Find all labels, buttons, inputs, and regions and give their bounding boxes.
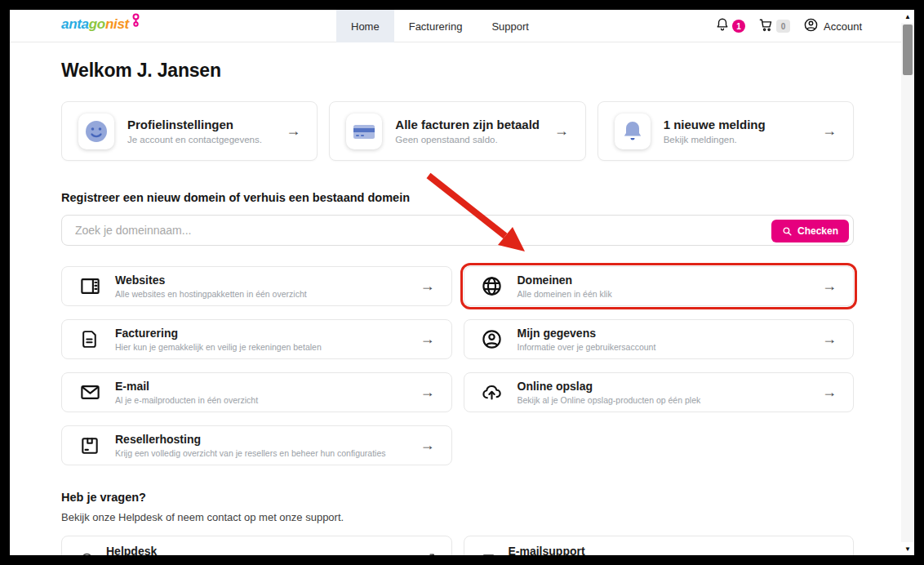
profile-settings-card[interactable]: Profielinstellingen Je account en contac… — [61, 101, 318, 161]
credit-card-icon — [346, 113, 382, 149]
scrollbar-thumb[interactable] — [903, 24, 913, 75]
logo-flower-icon — [131, 13, 141, 33]
account-icon — [803, 17, 819, 35]
card-subtitle: Bekijk meldingen. — [664, 135, 766, 145]
questions-heading: Heb je vragen? — [61, 491, 854, 504]
tab-support[interactable]: Support — [477, 10, 544, 42]
domain-section-heading: Registreer een nieuw domein of verhuis e… — [61, 191, 854, 204]
domeinen-card[interactable]: Domeinen Alle domeinen in één klik → — [464, 266, 855, 306]
card-subtitle: Bekijk al je Online opslag-producten op … — [518, 395, 701, 405]
globe-icon — [481, 275, 504, 297]
arrow-right-icon: → — [822, 550, 837, 556]
arrow-right-icon: → — [420, 437, 435, 454]
arrow-right-icon: → — [822, 122, 837, 140]
card-title: Mijn gegevens — [518, 327, 656, 340]
tab-home[interactable]: Home — [336, 10, 394, 42]
browser-window-icon — [78, 275, 101, 297]
arrow-right-icon: → — [822, 331, 837, 348]
vertical-scrollbar[interactable]: ▲ ▼ — [901, 10, 914, 555]
card-title: E-mailsupport — [509, 545, 627, 555]
scrollbar-up-arrow[interactable]: ▲ — [901, 10, 914, 23]
card-subtitle: Alle websites en hostingpakketten in één… — [115, 289, 307, 299]
package-box-icon — [78, 435, 101, 456]
search-icon — [782, 226, 793, 237]
top-navigation-bar: antagonist Home Facturering Support 1 0 — [10, 10, 901, 42]
arrow-right-icon: → — [420, 278, 435, 295]
card-subtitle: Informatie over je gebruikersaccount — [518, 342, 656, 352]
invoice-document-icon — [78, 329, 101, 349]
helpdesk-card[interactable]: Helpdesk Vind snel antwoorden in onze He… — [61, 536, 452, 555]
card-subtitle: Al je e-mailproducten in één overzicht — [115, 395, 258, 405]
card-title: Resellerhosting — [115, 433, 386, 446]
account-menu-button[interactable]: Account — [803, 17, 862, 35]
domain-search-input[interactable] — [62, 216, 853, 245]
card-title: Profielinstellingen — [127, 118, 262, 131]
facturering-card[interactable]: Facturering Hier kun je gemakkelijk en v… — [61, 319, 452, 359]
card-subtitle: Geen openstaand saldo. — [395, 135, 540, 145]
card-title: Domeinen — [518, 274, 612, 287]
product-card-grid: Websites Alle websites en hostingpakkett… — [61, 266, 854, 465]
notifications-count-badge: 1 — [732, 20, 745, 33]
emailsupport-card[interactable]: E-mailsupport We reageren zo snel mogeli… — [464, 536, 855, 555]
scrollbar-down-arrow[interactable]: ▼ — [901, 542, 914, 555]
card-subtitle: Krijg een volledig overzicht van je rese… — [115, 448, 386, 458]
online-opslag-card[interactable]: Online opslag Bekijk al je Online opslag… — [464, 372, 855, 412]
cart-count-badge: 0 — [776, 20, 790, 33]
new-notification-card[interactable]: 1 nieuwe melding Bekijk meldingen. → — [597, 101, 854, 161]
main-content: Welkom J. Jansen Profielinstellingen Je … — [10, 60, 901, 555]
card-title: Online opslag — [518, 380, 701, 393]
card-subtitle: Je account en contactgegevens. — [127, 135, 262, 145]
cloud-upload-icon — [481, 381, 504, 403]
mijn-gegevens-card[interactable]: Mijn gegevens Informatie over je gebruik… — [464, 319, 855, 359]
antagonist-logo[interactable]: antagonist — [61, 16, 141, 33]
email-card[interactable]: E-mail Al je e-mailproducten in één over… — [61, 372, 452, 412]
card-subtitle: Alle domeinen in één klik — [518, 289, 612, 299]
page-title: Welkom J. Jansen — [61, 60, 854, 82]
notifications-button[interactable]: 1 — [715, 17, 745, 35]
check-domain-button[interactable]: Checken — [771, 220, 849, 242]
card-title: Helpdesk — [106, 545, 266, 555]
bell-filled-icon — [615, 113, 651, 149]
websites-card[interactable]: Websites Alle websites en hostingpakkett… — [61, 266, 452, 306]
main-nav-tabs: Home Facturering Support — [336, 10, 544, 42]
topbar-actions: 1 0 Account — [715, 10, 862, 42]
external-link-icon — [423, 553, 435, 556]
shopping-cart-icon — [758, 17, 774, 36]
status-card-row: Profielinstellingen Je account en contac… — [61, 101, 854, 161]
card-title: Websites — [115, 274, 307, 287]
card-title: E-mail — [115, 380, 258, 393]
logo-text-part1: anta — [61, 16, 89, 33]
card-subtitle: Hier kun je gemakkelijk en veilig je rek… — [115, 342, 322, 352]
check-button-label: Checken — [797, 225, 838, 237]
card-title: Alle facturen zijn betaald — [395, 118, 540, 131]
envelope-icon — [78, 381, 101, 403]
arrow-right-icon: → — [286, 122, 300, 140]
arrow-right-icon: → — [822, 384, 837, 401]
cart-button[interactable]: 0 — [758, 17, 790, 36]
smiley-icon — [78, 113, 114, 149]
arrow-right-icon: → — [822, 278, 837, 295]
support-card-grid: Helpdesk Vind snel antwoorden in onze He… — [61, 536, 854, 555]
account-label: Account — [824, 20, 862, 33]
questions-subtitle: Bekijk onze Helpdesk of neem contact op … — [61, 511, 854, 523]
resellerhosting-card[interactable]: Resellerhosting Krijg een volledig overz… — [61, 425, 452, 465]
arrow-right-icon: → — [554, 122, 569, 140]
arrow-right-icon: → — [420, 384, 435, 401]
invoices-paid-card[interactable]: Alle facturen zijn betaald Geen openstaa… — [329, 101, 585, 161]
help-circle-icon — [78, 552, 95, 556]
domain-search-bar: Checken — [61, 215, 854, 246]
tab-facturering[interactable]: Facturering — [394, 10, 478, 42]
envelope-small-icon — [481, 552, 497, 556]
app-window: antagonist Home Facturering Support 1 0 — [10, 10, 901, 555]
logo-text-part2: go — [89, 16, 105, 33]
arrow-right-icon: → — [420, 331, 435, 348]
card-title: Facturering — [115, 327, 322, 340]
logo-text-part3: nist — [105, 16, 129, 33]
card-title: 1 nieuwe melding — [664, 118, 766, 131]
user-circle-icon — [481, 328, 504, 350]
bell-icon — [715, 17, 730, 35]
